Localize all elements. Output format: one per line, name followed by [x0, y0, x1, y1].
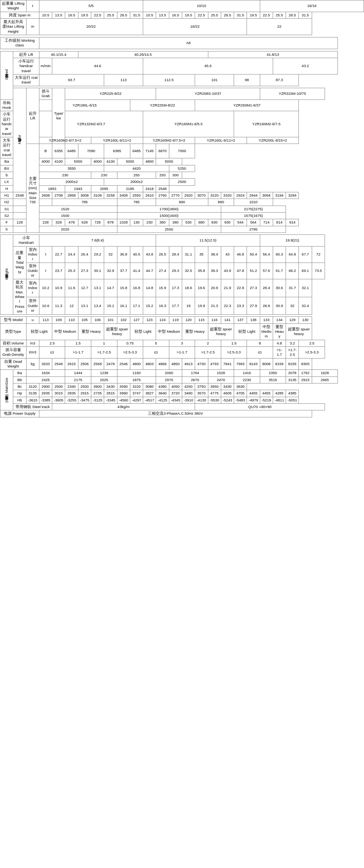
two-unit: t: [39, 263, 52, 279]
wc-label: 工作级别 Working class: [0, 37, 39, 49]
tw3: 26.4: [78, 246, 91, 263]
m2: 109: [52, 317, 65, 323]
Bc9: 3220: [130, 383, 143, 390]
Hp21: 4385: [286, 390, 299, 397]
F1: 128: [13, 219, 26, 226]
Hb10: -4517: [143, 397, 156, 403]
mwp20: 31.7: [286, 279, 299, 297]
Ba2v7: 1528: [208, 370, 234, 376]
sp17: 19.5: [247, 12, 260, 18]
handcar-motor2: YZR160M1-6/5.5: [143, 111, 234, 137]
sp3: 16.5: [65, 12, 78, 18]
m10: 124: [156, 317, 169, 323]
vol3: 1: [91, 340, 117, 346]
ow6: 37.7: [117, 263, 130, 279]
F14: 680: [195, 219, 208, 226]
sp11: 16.5: [169, 12, 182, 18]
mwo11: 17.7: [169, 297, 182, 315]
mwo14: 21.3: [208, 297, 221, 315]
steel-track-val1: 43kg/m: [52, 404, 195, 410]
dw12: 4913: [182, 358, 195, 370]
H1v1: 2548: [13, 192, 26, 199]
sp14: 25.5: [208, 12, 221, 18]
Bc3: 2500: [52, 383, 65, 390]
Ba2v1: 1634: [26, 370, 65, 376]
H1v9: 2550: [130, 192, 143, 199]
S2v3: 1575(1675): [221, 213, 286, 219]
Ba2-label: Ba: [13, 370, 26, 376]
ms-outer-label: 主要尺寸(mm) MainSize: [0, 370, 13, 410]
lift-val3: 41.8/13: [208, 51, 338, 58]
Hb18: -4979: [247, 397, 260, 403]
H2-label: H2: [0, 199, 13, 206]
sp8: 31.5: [130, 12, 143, 18]
Bb5: 2970: [156, 376, 182, 383]
S1-label: S1: [0, 206, 13, 212]
lw-unit: t: [26, 0, 39, 12]
Bc2: 2900: [39, 383, 52, 390]
grab-motor1: YZR225-8/22: [65, 88, 156, 99]
F19: 714: [260, 219, 273, 226]
Bc15: 3950: [208, 383, 221, 390]
Hp12: 3720: [169, 390, 182, 397]
Hb15: -5530: [208, 397, 221, 403]
Ba2: 4100: [52, 158, 65, 165]
Bb9: 3515: [260, 376, 286, 383]
handcart-label: 小车 Handcart: [13, 235, 39, 247]
Bb4: 1875: [117, 376, 156, 383]
steel-track-val2: QU70 =90×90: [195, 404, 325, 410]
gd10: >1-1.7: [273, 346, 286, 358]
tw20: 67.7: [299, 246, 312, 263]
sp9: 10.5: [143, 12, 156, 18]
ow5: 32.9: [104, 263, 117, 279]
Hp14: 3570: [195, 390, 208, 397]
H1: 1893: [39, 185, 65, 192]
crat-val1: 93.7: [39, 75, 104, 86]
Hb16: -5243: [221, 397, 234, 403]
Hp-label: Hp: [13, 390, 26, 397]
sp19: 25.5: [273, 12, 286, 18]
ow20: 69.1: [299, 263, 312, 279]
mlh-unit: m: [26, 19, 39, 35]
tw9: 26.5: [156, 246, 169, 263]
mwo13: 19.9: [195, 297, 208, 315]
ow10: 29.3: [169, 263, 182, 279]
power-supply-val: 三相交流3-PhaseA.C.50Hz 380V: [39, 410, 312, 417]
hv1: 2020: [13, 226, 117, 233]
mlh-val3: 22: [247, 19, 312, 35]
ow19: 66.2: [286, 263, 299, 279]
type-heavy1: 重型 Heavy: [78, 323, 104, 340]
b-label: b: [0, 172, 13, 178]
dw16: 7993: [234, 358, 247, 370]
mwp-indoor-label: 室内 Indoor: [26, 279, 39, 297]
Bb12: 2665: [312, 376, 338, 383]
H5: 2418: [143, 185, 156, 192]
Hp10: 3827: [143, 390, 156, 397]
dw13: 4730: [195, 358, 208, 370]
vol5: 5: [143, 340, 169, 346]
LX2: 2000±2: [104, 179, 169, 185]
H1v15: 3220: [208, 192, 221, 199]
Hp9: 3747: [130, 390, 143, 397]
span-label: 跨度 Span m: [0, 12, 39, 18]
handcart-val2: 11.5(12.5): [156, 235, 260, 247]
mwp12: 18.6: [182, 279, 195, 297]
F3: 328: [52, 219, 65, 226]
F20: 814: [273, 219, 286, 226]
hv3: 2795: [221, 226, 286, 233]
Hb8: -4560: [117, 397, 130, 403]
Ba8: 5000: [156, 158, 182, 165]
Bc6: 3900: [91, 383, 104, 390]
S2-label: S2: [0, 213, 13, 219]
sp12: 19.5: [182, 12, 195, 18]
max-wheel-label: 最大轮压 Max.Wheel Pressure: [13, 279, 26, 314]
lw-val2: 10/10: [143, 0, 260, 12]
Hp17: 4705: [234, 390, 247, 397]
H-label: H: [0, 185, 13, 192]
Hp5: 2915: [78, 390, 91, 397]
mwo4: 13.1: [78, 297, 91, 315]
crat-motor2a: YZR160L-6/11×2: [91, 137, 143, 144]
ow14: 43.9: [221, 263, 234, 279]
mlh-val1: 20/22: [39, 19, 143, 35]
type-label-outer: 类型Type: [0, 323, 27, 340]
